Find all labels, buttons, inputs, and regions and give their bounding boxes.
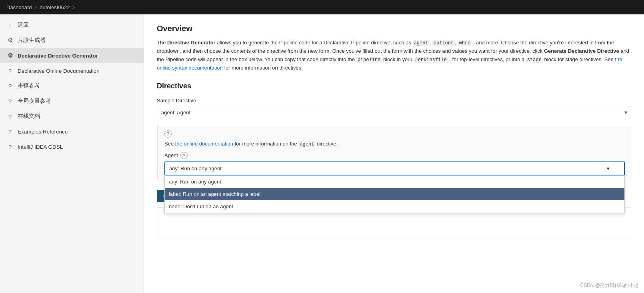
- sidebar-item-global-variable-reference[interactable]: ? 全局变量参考: [0, 94, 144, 109]
- agent-desc: See the online documentation for more in…: [164, 141, 625, 147]
- agent-section: ? See the online documentation for more …: [157, 126, 631, 180]
- gear-icon: ⚙: [6, 37, 14, 44]
- sidebar-item-label: Examples Reference: [18, 129, 68, 135]
- agent-desc-text1: See: [164, 141, 175, 147]
- agent-label-text: Agent: [164, 152, 178, 158]
- sidebar-item-label: 步骤参考: [18, 82, 40, 90]
- topbar: Dashboard > autotest0622 >: [0, 0, 644, 14]
- sample-directive-label: Sample Directive: [157, 98, 631, 104]
- overview-text-9: block for stage directives. See: [544, 56, 615, 62]
- agent-label: Agent ?: [164, 152, 625, 159]
- overview-code-4: pipeline: [356, 57, 382, 63]
- agent-dropdown-trigger[interactable]: any: Run on any agent ▾: [164, 161, 625, 175]
- agent-option-none[interactable]: none: Don't run on an agent: [165, 200, 624, 213]
- agent-option-none-label: none: Don't run on an agent: [169, 203, 233, 209]
- agent-dropdown-container: any: Run on any agent ▾ any: Run on any …: [164, 161, 625, 175]
- overview-text-7: block in your: [383, 56, 414, 62]
- question-icon: ?: [6, 128, 14, 135]
- sample-directive-select[interactable]: agent: Agent options: Options triggers: …: [157, 106, 631, 119]
- sidebar-item-label: 全局变量参考: [18, 98, 51, 105]
- topbar-dashboard[interactable]: Dashboard: [6, 4, 32, 10]
- overview-bold-2: Generate Declarative Directive: [544, 48, 619, 54]
- agent-help-badge[interactable]: ?: [180, 152, 188, 159]
- sidebar-item-step-reference[interactable]: ? 步骤参考: [0, 78, 144, 94]
- question-icon: ?: [6, 82, 14, 90]
- agent-desc-text2: for more information on the: [235, 141, 299, 147]
- overview-code-6: stage: [526, 57, 543, 63]
- overview-title: Overview: [157, 24, 631, 33]
- sample-directive-select-wrapper: agent: Agent options: Options triggers: …: [157, 106, 631, 119]
- question-icon: ?: [6, 67, 14, 74]
- back-icon: ↑: [6, 22, 14, 29]
- help-badge[interactable]: ?: [164, 130, 172, 138]
- overview-bold-1: Directive Generator: [167, 40, 216, 46]
- topbar-sep1: >: [34, 4, 38, 10]
- overview-text-10: for more information on directives.: [224, 65, 303, 71]
- overview-code-1: agent: [413, 40, 430, 46]
- sidebar-item-label: 片段生成器: [18, 37, 46, 44]
- overview-text-2: allows you to generate the Pipeline code…: [217, 40, 412, 46]
- question-icon: ?: [6, 98, 14, 105]
- sidebar-item-label: Declarative Online Documentation: [18, 68, 100, 74]
- overview-code-3: when: [458, 40, 472, 46]
- agent-chevron-down-icon: ▾: [607, 165, 610, 171]
- overview-text-8: , for top-level directives, or into a: [449, 56, 526, 62]
- agent-dropdown-list: any: Run on any agent label: Run on an a…: [164, 175, 625, 213]
- sidebar-item-label: IntelliJ IDEA GDSL: [18, 144, 63, 150]
- overview-text: The Directive Generator allows you to ge…: [157, 39, 631, 72]
- sidebar-item-label: 在线文档: [18, 113, 40, 120]
- agent-option-any-label: any: Run on any agent: [169, 179, 221, 185]
- overview-code-2: options: [432, 40, 455, 46]
- sidebar-item-back[interactable]: ↑ 返回: [0, 18, 144, 33]
- sidebar-item-online-docs[interactable]: ? 在线文档: [0, 109, 144, 124]
- agent-desc-text3: directive.: [317, 141, 338, 147]
- main-content: Overview The Directive Generator allows …: [144, 14, 644, 293]
- agent-option-label-text: label: Run on an agent matching a label: [169, 191, 260, 197]
- gear-icon: ⚙: [6, 52, 14, 59]
- topbar-project[interactable]: autotest0622: [40, 4, 70, 10]
- sidebar-item-label: Declarative Directive Generator: [18, 53, 98, 59]
- overview-code-5: Jenkinsfile: [414, 57, 448, 63]
- agent-option-label[interactable]: label: Run on an agent matching a label: [165, 188, 624, 200]
- sidebar-item-snippet-generator[interactable]: ⚙ 片段生成器: [0, 33, 144, 48]
- sidebar-item-declarative-online-docs[interactable]: ? Declarative Online Documentation: [0, 63, 144, 78]
- agent-desc-link[interactable]: the online documentation: [175, 141, 233, 147]
- sidebar-item-intellij-idea-gdsl[interactable]: ? IntelliJ IDEA GDSL: [0, 139, 144, 154]
- sidebar-item-declarative-directive-generator[interactable]: ⚙ Declarative Directive Generator: [0, 48, 144, 63]
- sidebar: ↑ 返回 ⚙ 片段生成器 ⚙ Declarative Directive Gen…: [0, 14, 144, 293]
- agent-dropdown-value: any: Run on any agent: [169, 165, 222, 171]
- topbar-sep2: >: [72, 4, 75, 10]
- directives-title: Directives: [157, 82, 631, 90]
- question-icon: ?: [6, 143, 14, 150]
- sidebar-item-label: 返回: [18, 22, 29, 29]
- agent-code: agent: [298, 141, 315, 147]
- question-icon: ?: [6, 113, 14, 120]
- agent-option-any[interactable]: any: Run on any agent: [165, 175, 624, 188]
- watermark: CSDN @努力码代码的小赵: [580, 282, 638, 289]
- sidebar-item-examples-reference[interactable]: ? Examples Reference: [0, 124, 144, 139]
- overview-comma1: ,: [430, 40, 432, 46]
